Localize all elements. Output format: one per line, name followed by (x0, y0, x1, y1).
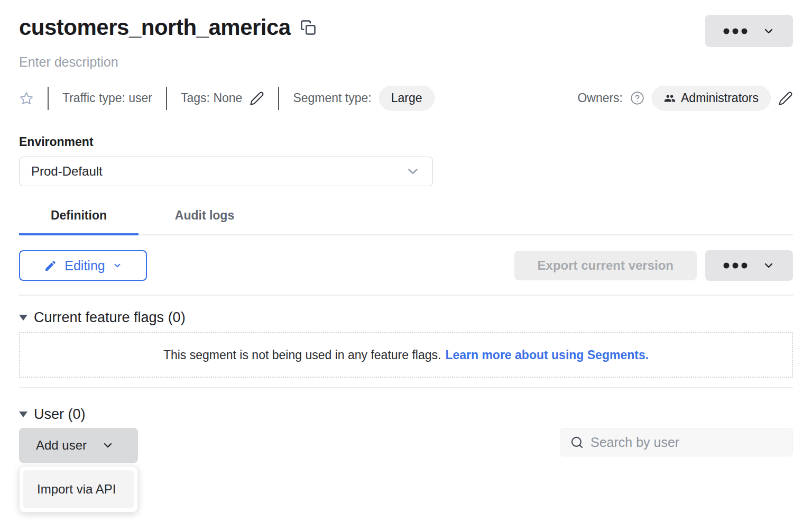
export-current-version-button[interactable]: Export current version (514, 251, 697, 280)
traffic-type: Traffic type: user (62, 91, 152, 105)
search-icon (570, 435, 584, 450)
feature-flags-heading: Current feature flags (0) (34, 309, 186, 326)
segment-detail-page: customers_north_america Enter descriptio… (0, 0, 812, 463)
environment-section: Environment Prod-Default (19, 135, 793, 186)
feature-flags-section-toggle[interactable]: Current feature flags (0) (19, 309, 793, 326)
ellipsis-icon (723, 262, 748, 269)
environment-selected-value: Prod-Default (31, 164, 103, 179)
meta-divider (48, 87, 49, 110)
add-user-label: Add user (36, 438, 87, 453)
owners-group: Owners: Administrators (577, 86, 793, 111)
toolbar-more-menu-button[interactable] (705, 250, 793, 281)
segment-type: Segment type: Large (293, 86, 434, 111)
chevron-down-icon (113, 261, 122, 270)
copy-name-button[interactable] (300, 20, 316, 35)
section-divider (19, 387, 793, 388)
owners-value: Administrators (681, 91, 759, 105)
learn-more-link[interactable]: Learn more about using Segments. (445, 348, 649, 362)
pencil-icon (778, 91, 793, 106)
edit-owners-button[interactable] (778, 91, 793, 106)
owners-label: Owners: (577, 91, 623, 105)
chevron-down-icon (102, 439, 114, 452)
edit-tags-button[interactable] (250, 91, 264, 106)
tab-audit-logs[interactable]: Audit logs (145, 208, 264, 234)
page-title: customers_north_america (19, 15, 291, 40)
favorite-star-button[interactable] (19, 91, 34, 106)
environment-label: Environment (19, 135, 793, 149)
header-more-menu-button[interactable] (705, 15, 793, 47)
feature-flags-empty-state: This segment is not being used in any fe… (19, 332, 793, 378)
chevron-down-icon (762, 25, 775, 38)
section-divider (19, 295, 793, 296)
pencil-icon (250, 91, 264, 106)
meta-divider (278, 87, 279, 110)
empty-state-text: This segment is not being used in any fe… (163, 348, 441, 362)
star-icon (19, 91, 34, 106)
tags: Tags: None (181, 91, 264, 106)
chevron-down-icon (762, 259, 775, 272)
ellipsis-icon (723, 28, 748, 34)
search-by-user-input[interactable] (590, 435, 783, 450)
meta-divider (166, 87, 167, 110)
editing-label: Editing (64, 258, 105, 273)
user-section-toggle[interactable]: User (0) (19, 406, 793, 423)
tags-label: Tags: None (181, 91, 242, 105)
menu-item-import-via-api[interactable]: Import via API (23, 470, 134, 508)
pencil-filled-icon (44, 259, 57, 272)
editing-status-button[interactable]: Editing (19, 250, 147, 281)
add-user-button[interactable]: Add user (19, 428, 138, 463)
traffic-type-label: Traffic type: user (62, 91, 152, 105)
chevron-down-icon (405, 163, 421, 179)
caret-down-icon (19, 412, 27, 417)
owners-badge[interactable]: Administrators (652, 86, 771, 111)
copy-icon (300, 20, 316, 35)
segment-type-label: Segment type: (293, 91, 371, 105)
group-icon (664, 93, 676, 104)
meta-row: Traffic type: user Tags: None Segment ty… (19, 86, 793, 111)
segment-type-badge: Large (379, 86, 435, 111)
caret-down-icon (19, 315, 27, 321)
description-placeholder[interactable]: Enter description (19, 54, 793, 70)
help-circle-icon[interactable] (630, 91, 644, 105)
user-controls-row: Add user Import via API (19, 428, 793, 463)
user-search (560, 428, 793, 456)
page-header: customers_north_america (19, 0, 793, 47)
add-user-dropdown-menu: Import via API (19, 466, 138, 513)
user-heading: User (0) (34, 406, 86, 423)
tab-definition[interactable]: Definition (19, 208, 139, 234)
tab-bar: Definition Audit logs (19, 208, 793, 235)
environment-select[interactable]: Prod-Default (19, 157, 433, 186)
definition-toolbar: Editing Export current version (19, 250, 793, 281)
